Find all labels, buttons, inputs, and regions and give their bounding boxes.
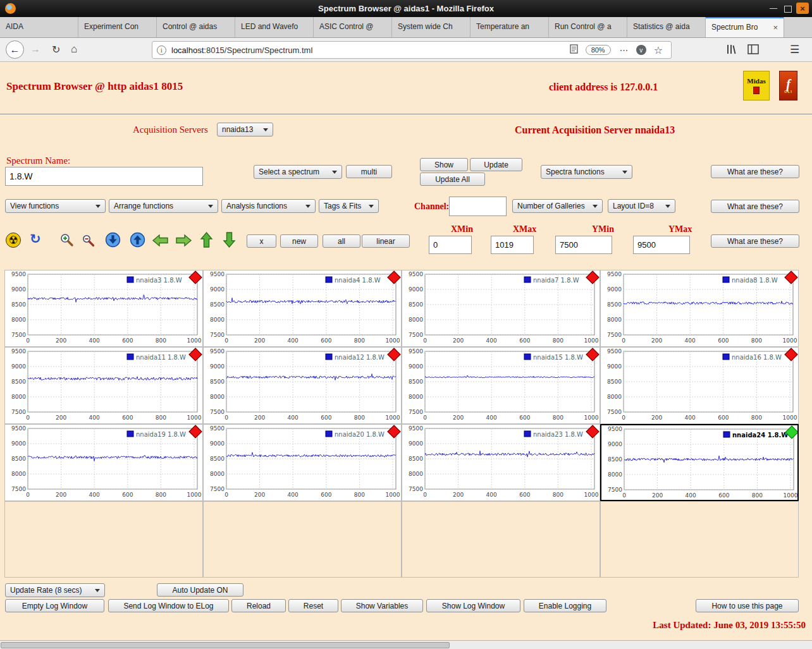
close-button[interactable]: × xyxy=(796,3,809,14)
spectrum-chart-nnaida3[interactable]: 7500800085009000950002004006008001000nna… xyxy=(4,270,203,347)
tab-statistics[interactable]: Statistics @ aida xyxy=(627,17,706,37)
site-info-icon[interactable]: i xyxy=(157,45,166,55)
tab-experiment-control[interactable]: Experiment Con xyxy=(78,17,157,37)
zoom-out-icon[interactable] xyxy=(82,234,95,250)
hamburger-menu-icon[interactable]: ☰ xyxy=(790,43,799,56)
back-button[interactable]: ← xyxy=(6,40,24,59)
pan-left-icon[interactable] xyxy=(152,234,169,250)
ymax-input[interactable] xyxy=(633,236,690,254)
x-button[interactable]: x xyxy=(247,234,276,248)
spectrum-chart-nnaida12[interactable]: 7500800085009000950002004006008001000nna… xyxy=(203,347,402,424)
select-spectrum-dropdown[interactable]: Select a spectrum xyxy=(254,165,342,179)
scrollbar-thumb[interactable] xyxy=(1,642,450,648)
forward-button[interactable]: → xyxy=(30,44,40,55)
url-host: localhost xyxy=(171,45,204,55)
what-are-these-button-2[interactable]: What are these? xyxy=(711,200,799,213)
sidebar-toggle-icon[interactable] xyxy=(747,44,759,57)
spectrum-chart-nnaida11[interactable]: 7500800085009000950002004006008001000nna… xyxy=(4,347,203,424)
show-log-window-button[interactable]: Show Log Window xyxy=(426,599,520,612)
spectrum-chart-nnaida20[interactable]: 7500800085009000950002004006008001000nna… xyxy=(203,424,402,501)
new-button[interactable]: new xyxy=(280,234,318,248)
update-all-button[interactable]: Update All xyxy=(420,173,485,186)
tab-temperature[interactable]: Temperature an xyxy=(471,17,549,37)
spectrum-chart-nnaida7[interactable]: 7500800085009000950002004006008001000nna… xyxy=(402,270,600,347)
how-to-use-button[interactable]: How to use this page xyxy=(696,599,799,612)
tab-run-control[interactable]: Run Control @ a xyxy=(549,17,627,37)
view-functions-dropdown[interactable]: View functions xyxy=(5,199,106,213)
show-variables-button[interactable]: Show Variables xyxy=(341,599,423,612)
send-log-to-elog-button[interactable]: Send Log Window to ELog xyxy=(108,599,229,612)
svg-text:200: 200 xyxy=(652,492,663,499)
multi-button[interactable]: multi xyxy=(346,165,392,178)
spectrum-chart-nnaida23[interactable]: 7500800085009000950002004006008001000nna… xyxy=(402,424,600,501)
arrange-functions-dropdown[interactable]: Arrange functions xyxy=(109,199,218,213)
update-button[interactable]: Update xyxy=(470,158,522,171)
pan-right-icon[interactable] xyxy=(175,234,192,250)
page-actions-icon[interactable]: ⋯ xyxy=(620,45,629,55)
tab-system-wide[interactable]: System wide Ch xyxy=(392,17,471,37)
update-rate-dropdown[interactable]: Update Rate (8 secs) xyxy=(5,583,105,597)
library-icon[interactable] xyxy=(725,44,737,58)
reader-mode-icon[interactable] xyxy=(570,44,578,56)
fcli-logo[interactable]: f CLI xyxy=(779,71,797,100)
linear-button[interactable]: linear xyxy=(362,234,410,248)
svg-text:0: 0 xyxy=(423,337,427,344)
what-are-these-button-3[interactable]: What are these? xyxy=(711,234,799,248)
pocket-icon[interactable]: v xyxy=(636,45,646,55)
spectrum-chart-nnaida24[interactable]: 7500800085009000950002004006008001000nna… xyxy=(600,424,799,501)
ymax-label: YMax xyxy=(668,224,692,234)
scroll-down-icon[interactable] xyxy=(105,232,121,250)
pan-down-icon[interactable] xyxy=(223,231,236,251)
refresh-spectra-icon[interactable]: ↻ xyxy=(30,231,41,246)
reset-button[interactable]: Reset xyxy=(288,599,338,612)
spectra-functions-dropdown[interactable]: Spectra functions xyxy=(541,165,632,179)
bookmark-star-icon[interactable]: ☆ xyxy=(654,44,663,56)
analysis-functions-dropdown[interactable]: Analysis functions xyxy=(221,199,316,213)
tab-close-icon[interactable]: × xyxy=(770,18,778,37)
maximize-button[interactable] xyxy=(784,6,792,13)
xmin-input[interactable] xyxy=(429,236,472,254)
xmax-input[interactable] xyxy=(491,236,534,254)
midas-logo[interactable]: Midas xyxy=(743,71,770,100)
all-button[interactable]: all xyxy=(323,234,360,248)
spectrum-chart-nnaida15[interactable]: 7500800085009000950002004006008001000nna… xyxy=(402,347,600,424)
ymin-input[interactable] xyxy=(555,236,612,254)
svg-text:7500: 7500 xyxy=(409,486,423,492)
zoom-in-icon[interactable] xyxy=(59,233,75,250)
spectrum-chart-nnaida8[interactable]: 7500800085009000950002004006008001000nna… xyxy=(600,270,799,347)
pan-up-icon[interactable] xyxy=(200,231,213,251)
enable-logging-button[interactable]: Enable Logging xyxy=(524,599,606,612)
url-bar[interactable]: i localhost :8015/Spectrum/Spectrum.tml … xyxy=(152,41,672,59)
number-of-galleries-dropdown[interactable]: Number of Galleries xyxy=(512,199,603,213)
reload-page-button[interactable]: Reload xyxy=(231,599,286,612)
radiation-icon[interactable]: ☢ xyxy=(6,233,21,248)
auto-update-button[interactable]: Auto Update ON xyxy=(157,583,243,597)
svg-text:8500: 8500 xyxy=(210,301,225,308)
url-path: :8015/Spectrum/Spectrum.tml xyxy=(204,45,312,55)
scroll-up-icon[interactable] xyxy=(130,232,145,250)
horizontal-scrollbar[interactable] xyxy=(0,640,812,649)
tab-control[interactable]: Control @ aidas xyxy=(157,17,235,37)
layout-id-dropdown[interactable]: Layout ID=8 xyxy=(608,199,675,213)
tab-asic-control[interactable]: ASIC Control @ xyxy=(314,17,392,37)
spectrum-chart-nnaida4[interactable]: 7500800085009000950002004006008001000nna… xyxy=(203,270,402,347)
tab-led-waveform[interactable]: LED and Wavefo xyxy=(235,17,314,37)
show-button[interactable]: Show xyxy=(420,158,468,171)
svg-text:800: 800 xyxy=(354,415,365,421)
reload-button[interactable]: ↻ xyxy=(52,44,60,56)
acquisition-server-select[interactable]: nnaida13 xyxy=(217,123,273,136)
what-are-these-button-1[interactable]: What are these? xyxy=(711,165,799,178)
spectrum-name-input[interactable] xyxy=(5,167,203,186)
svg-text:600: 600 xyxy=(519,415,530,421)
minimize-button[interactable]: — xyxy=(767,3,780,14)
zoom-level-badge[interactable]: 80% xyxy=(586,45,611,55)
spectrum-chart-nnaida16[interactable]: 7500800085009000950002004006008001000nna… xyxy=(600,347,799,424)
tags-fits-dropdown[interactable]: Tags & Fits xyxy=(319,199,379,213)
home-button[interactable]: ⌂ xyxy=(71,43,77,56)
svg-text:800: 800 xyxy=(156,415,166,421)
empty-log-window-button[interactable]: Empty Log Window xyxy=(5,599,104,612)
tab-spectrum-browser[interactable]: Spectrum Bro × xyxy=(706,17,784,37)
tab-aida[interactable]: AIDA xyxy=(0,17,78,37)
spectrum-chart-nnaida19[interactable]: 7500800085009000950002004006008001000nna… xyxy=(4,424,203,501)
channel-input[interactable] xyxy=(449,197,507,216)
